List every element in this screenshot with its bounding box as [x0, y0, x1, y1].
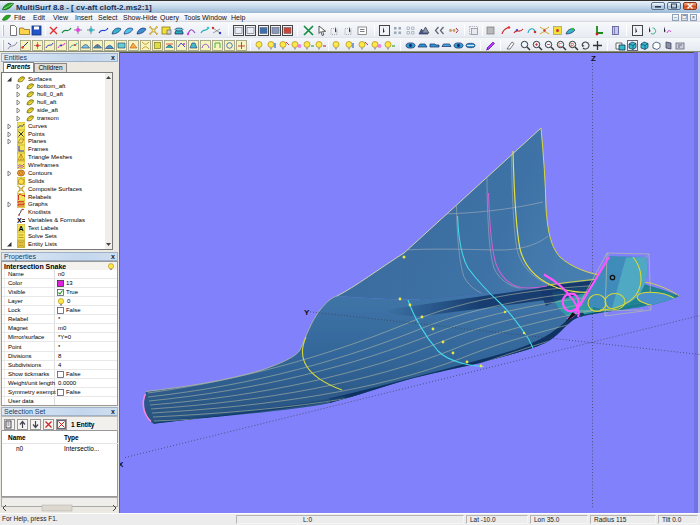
svg-text:Y: Y — [304, 308, 310, 317]
svg-text:R: R — [571, 42, 575, 48]
svg-text:C: C — [559, 42, 563, 48]
svg-text:X: X — [120, 460, 124, 469]
svg-text:X=: X= — [17, 217, 25, 224]
svg-text:Z: Z — [591, 54, 596, 63]
